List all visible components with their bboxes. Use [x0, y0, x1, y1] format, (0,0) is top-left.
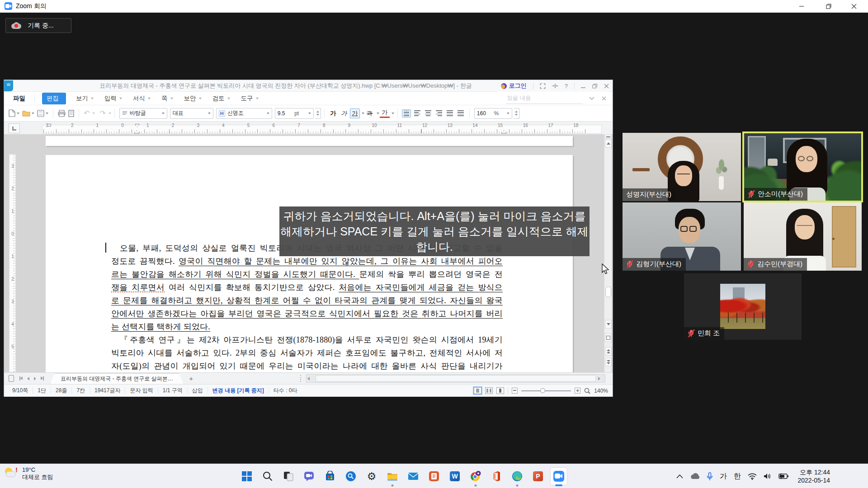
ruler-corner-button[interactable] — [9, 123, 20, 133]
zoom-combo[interactable]: 160% — [474, 108, 512, 119]
page-select-button[interactable] — [605, 333, 612, 342]
login-button[interactable]: 로그인 — [509, 82, 527, 90]
font-combo[interactable]: H신명조 — [216, 108, 272, 119]
open-document-button[interactable] — [22, 110, 34, 117]
hancom-office-button[interactable] — [425, 467, 443, 485]
participant-tile-2-active[interactable]: 안소미(부산대) — [744, 133, 861, 201]
menu-item-edit[interactable]: 편집 — [42, 93, 66, 104]
office-button[interactable] — [488, 467, 505, 485]
align-center-button[interactable] — [424, 109, 433, 117]
minimize-button[interactable] — [791, 0, 812, 13]
onedrive-icon[interactable] — [690, 473, 700, 479]
menu-item-page[interactable]: 쪽 — [161, 94, 173, 103]
hwp-minimize-button[interactable] — [581, 84, 586, 89]
close-button[interactable] — [844, 0, 864, 13]
left-margin-marker[interactable] — [47, 124, 51, 127]
status-track-changes[interactable]: 변경 내용 [기록 중지] — [208, 387, 269, 394]
save-button[interactable] — [37, 110, 48, 117]
document-tab[interactable]: 표리부동의 대영제국 - 주홍색 연구로 살펴본… — [50, 373, 184, 384]
scroll-thumb[interactable] — [605, 286, 611, 297]
search-button[interactable] — [259, 467, 276, 485]
split-view-icon[interactable] — [552, 83, 558, 89]
taskbar-clock[interactable]: 오후 12:44 2022-05-14 — [797, 468, 830, 484]
zoom-slider[interactable] — [521, 390, 571, 391]
zoom-in-icon[interactable] — [575, 388, 580, 394]
edge-button[interactable] — [509, 467, 526, 485]
menu-item-review[interactable]: 검토 — [212, 94, 230, 103]
task-view-button[interactable] — [280, 467, 297, 485]
underline-button[interactable]: 가 — [350, 108, 360, 118]
page-up-button[interactable] — [605, 347, 612, 356]
chrome-button[interactable] — [467, 467, 484, 485]
hwp-close-button[interactable] — [604, 84, 609, 89]
recording-badge[interactable]: 기록 중... — [5, 18, 71, 33]
distribute-button[interactable] — [456, 109, 465, 117]
tab-nav-buttons[interactable] — [19, 376, 44, 380]
mail-button[interactable] — [405, 467, 422, 485]
wifi-icon[interactable] — [748, 473, 757, 480]
speaker-icon[interactable] — [764, 473, 772, 480]
hwp-restore-button[interactable] — [592, 84, 598, 89]
add-tab-button[interactable]: + — [186, 374, 196, 383]
menu-item-tools[interactable]: 도구 — [241, 94, 259, 103]
participant-tile-4[interactable]: 김수민(부경대) — [744, 202, 862, 271]
split-handle[interactable] — [605, 135, 612, 139]
menu-item-security[interactable]: 보안 — [184, 94, 202, 103]
file-explorer-button[interactable] — [384, 467, 401, 485]
settings-button[interactable]: ⚙ — [363, 467, 380, 485]
undo-button[interactable]: ↶ — [84, 109, 90, 117]
teams-chat-button[interactable] — [301, 467, 318, 485]
bing-search-button[interactable] — [342, 467, 359, 485]
align-right-button[interactable] — [434, 109, 443, 117]
participant-tile-5[interactable]: 민희 조 — [684, 273, 802, 340]
bookmark-icon[interactable] — [9, 375, 14, 382]
weather-widget[interactable]: ! 19°C대체로 흐림 — [5, 466, 53, 481]
find-input[interactable]: 찾을 내용 — [506, 93, 583, 104]
participant-tile-3[interactable]: 김형기(부산대) — [623, 202, 741, 271]
menu-item-file[interactable]: 파일 — [13, 94, 25, 103]
horizontal-ruler[interactable]: 3210123456789101112131415161718 — [4, 122, 613, 134]
line-spacing-button[interactable] — [445, 109, 454, 117]
strikethrough-button[interactable]: 과 — [365, 108, 375, 118]
view-mode-single-icon[interactable] — [474, 387, 481, 394]
page-down-button[interactable] — [605, 358, 612, 366]
find-close-icon[interactable] — [602, 96, 606, 101]
scroll-up-button[interactable] — [605, 139, 612, 148]
zoom-taskbar-button[interactable] — [550, 467, 567, 485]
vertical-scrollbar[interactable] — [604, 134, 612, 372]
participant-tile-1[interactable]: 성명지(부산대) — [623, 133, 741, 201]
word-button[interactable]: W — [446, 467, 463, 485]
redo-button[interactable]: ↷ — [99, 109, 105, 117]
tray-mic-icon[interactable] — [707, 472, 713, 481]
bold-button[interactable]: 가 — [328, 108, 338, 118]
zoom-stepper[interactable] — [514, 108, 519, 119]
doc-text[interactable]: 오물, 부패, 도덕성의 상실로 얼룩진 빅토리아 시대는 영국 역사상 그 어… — [111, 242, 503, 372]
battery-icon[interactable] — [778, 473, 788, 479]
preset-combo[interactable]: 대표 — [170, 108, 213, 119]
view-mode-overlap-icon[interactable] — [496, 387, 504, 394]
style-combo[interactable]: 바탕글 — [119, 108, 167, 119]
horizontal-scrollbar[interactable] — [306, 374, 605, 383]
preview-button[interactable] — [68, 110, 74, 117]
menu-item-view[interactable]: 보기 — [76, 94, 94, 103]
tray-expand-icon[interactable] — [676, 474, 683, 479]
font-size-stepper[interactable] — [315, 108, 321, 119]
vertical-ruler[interactable]: 321012345 — [9, 154, 16, 372]
align-left-button[interactable] — [413, 109, 422, 117]
chevron-down-icon[interactable] — [589, 97, 594, 100]
zoom-level-icon[interactable] — [584, 388, 590, 394]
italic-button[interactable]: 가 — [339, 108, 349, 118]
help-icon[interactable]: ? — [565, 83, 568, 89]
font-color-button[interactable]: 가 — [380, 109, 390, 118]
menu-item-input[interactable]: 입력 — [104, 94, 122, 103]
powerpoint-button[interactable]: P — [529, 467, 547, 485]
restore-button[interactable] — [818, 0, 839, 13]
zoom-slider-knob[interactable] — [540, 388, 545, 393]
menu-item-format[interactable]: 서식 — [133, 94, 151, 103]
print-button[interactable] — [58, 110, 66, 117]
view-mode-facing-icon[interactable] — [485, 387, 493, 394]
status-zoom-value[interactable]: 140% — [594, 388, 608, 394]
new-document-button[interactable] — [9, 109, 19, 117]
start-button[interactable] — [238, 467, 255, 485]
align-justify-button[interactable] — [402, 109, 411, 117]
